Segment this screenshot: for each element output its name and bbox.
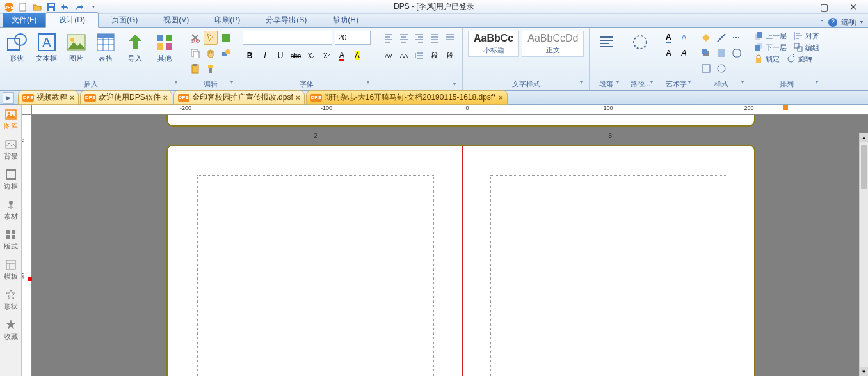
side-shape[interactable]: 形状: [0, 285, 21, 315]
tab-close-icon[interactable]: ×: [163, 93, 168, 102]
insert-image-button[interactable]: 图片: [62, 29, 90, 66]
style-more-button[interactable]: [699, 61, 713, 75]
side-clipart[interactable]: 素材: [0, 195, 21, 225]
hand-button[interactable]: [204, 46, 218, 60]
subscript-button[interactable]: X₂: [304, 49, 318, 63]
stamp-button[interactable]: [219, 31, 233, 45]
vertical-scrollbar[interactable]: ▲ ▼: [859, 133, 868, 376]
opacity-button[interactable]: [714, 46, 728, 60]
font-size-combo[interactable]: 20: [335, 31, 371, 45]
side-template[interactable]: 模板: [0, 255, 21, 285]
align-justify-button[interactable]: [428, 31, 442, 45]
spacing-av-button[interactable]: AV: [382, 49, 396, 63]
italic-button[interactable]: I: [258, 49, 272, 63]
doc-tab-1[interactable]: DPS欢迎使用DPS软件×: [80, 90, 172, 105]
bring-forward-button[interactable]: 上一层: [753, 31, 787, 41]
pages-container[interactable]: 2 3: [32, 115, 868, 376]
tab-page[interactable]: 页面(G): [99, 13, 150, 27]
insert-shape-button[interactable]: 形状: [3, 29, 31, 66]
highlight-button[interactable]: A: [350, 49, 364, 63]
open-icon[interactable]: [32, 2, 42, 12]
bold-button[interactable]: B: [243, 49, 257, 63]
qat-more-icon[interactable]: ▾: [88, 2, 99, 12]
scroll-up-icon[interactable]: ▲: [860, 133, 868, 142]
align-center-button[interactable]: [397, 31, 411, 45]
maximize-button[interactable]: ▢: [809, 0, 839, 14]
shadow-button[interactable]: [699, 46, 713, 60]
redo-icon[interactable]: [74, 2, 84, 12]
tab-close-icon[interactable]: ×: [70, 93, 74, 102]
style-subtitle[interactable]: AaBbCc 小标题: [468, 31, 519, 57]
insert-textframe-button[interactable]: A 文本框: [32, 29, 61, 66]
options-caret-icon[interactable]: ▾: [860, 19, 863, 25]
wordart-fill-button[interactable]: A: [661, 31, 675, 45]
corner-button[interactable]: [730, 46, 744, 60]
tab-view[interactable]: 视图(V): [150, 13, 202, 27]
tab-help[interactable]: 帮助(H): [319, 13, 371, 27]
tab-export[interactable]: 分享导出(S): [253, 13, 319, 27]
align-left-button[interactable]: [382, 31, 396, 45]
shapes-small-button[interactable]: [219, 46, 233, 60]
side-background[interactable]: 背景: [0, 135, 21, 165]
insert-table-button[interactable]: 表格: [92, 29, 120, 66]
tab-close-icon[interactable]: ×: [296, 93, 300, 102]
line-spacing-button[interactable]: [412, 49, 426, 63]
side-gallery[interactable]: 图库: [0, 105, 21, 135]
underline-button[interactable]: U: [273, 49, 287, 63]
superscript-button[interactable]: X²: [319, 49, 334, 63]
strike-button[interactable]: abc: [289, 49, 303, 63]
collapse-panel-button[interactable]: ▶: [3, 92, 14, 104]
font-color-button[interactable]: A: [335, 49, 349, 63]
ruler-horizontal[interactable]: -200 -100 0 100 200: [32, 105, 868, 115]
options-link[interactable]: 选项: [841, 17, 856, 27]
tab-design[interactable]: 设计(D): [45, 12, 99, 28]
style-body[interactable]: AaBbCcDd 正文: [522, 31, 584, 57]
help-icon[interactable]: ?: [828, 18, 837, 27]
dash-button[interactable]: [730, 31, 744, 45]
tab-close-icon[interactable]: ×: [499, 93, 503, 102]
side-layout[interactable]: 版式: [0, 225, 21, 255]
scroll-down-icon[interactable]: ▼: [860, 367, 868, 376]
scrollbar-thumb[interactable]: [861, 145, 867, 189]
close-button[interactable]: ✕: [839, 0, 868, 14]
format-painter-button[interactable]: [204, 61, 218, 75]
style-more2-button[interactable]: [714, 61, 728, 75]
para-after-button[interactable]: 段: [443, 49, 457, 63]
side-favorite[interactable]: 收藏: [0, 315, 21, 345]
ruler-vertical[interactable]: 0 100: [22, 115, 32, 376]
cut-button[interactable]: [188, 31, 202, 45]
doc-tab-2[interactable]: DPS金印客校园推广宣传报改.dpsf×: [173, 90, 305, 105]
insert-import-button[interactable]: 导入: [121, 29, 149, 66]
doc-tab-0[interactable]: DPS视频教程×: [18, 90, 79, 105]
side-border[interactable]: 边框: [0, 165, 21, 195]
file-menu[interactable]: 文件(F): [3, 13, 45, 27]
doc-tab-3[interactable]: DPS期刊杂志-大16开骑马钉-文档20190115-1618.dpsf*×: [306, 90, 508, 105]
align-distribute-button[interactable]: [443, 31, 457, 45]
save-icon[interactable]: [46, 2, 56, 12]
lock-button[interactable]: 锁定: [753, 54, 780, 64]
new-doc-icon[interactable]: [18, 2, 28, 12]
wordart-outline-button[interactable]: A: [677, 31, 691, 45]
font-family-combo[interactable]: [243, 31, 332, 45]
rotate-button[interactable]: 旋转: [786, 54, 812, 64]
paragraph-button[interactable]: [592, 29, 620, 56]
undo-icon[interactable]: [60, 2, 70, 12]
line-button[interactable]: [714, 31, 728, 45]
tab-print[interactable]: 印刷(P): [202, 13, 253, 27]
send-backward-button[interactable]: 下一层: [753, 42, 787, 52]
caret-icon[interactable]: ⌃: [819, 19, 824, 26]
paste-button[interactable]: [188, 61, 202, 75]
spacing-aa-button[interactable]: AA: [397, 49, 411, 63]
para-before-button[interactable]: 段: [428, 49, 442, 63]
align-button[interactable]: 对齐: [793, 31, 819, 41]
copy-button[interactable]: [188, 46, 202, 60]
ruler-marker[interactable]: [783, 105, 788, 110]
align-right-button[interactable]: [412, 31, 426, 45]
wordart-transform-button[interactable]: A: [677, 46, 691, 60]
path-button[interactable]: [626, 29, 654, 56]
insert-other-button[interactable]: 其他: [150, 29, 179, 66]
wordart-effect-button[interactable]: A: [661, 46, 675, 60]
pointer-button[interactable]: [204, 31, 218, 45]
fill-button[interactable]: [699, 31, 713, 45]
page-spread[interactable]: [166, 145, 755, 376]
